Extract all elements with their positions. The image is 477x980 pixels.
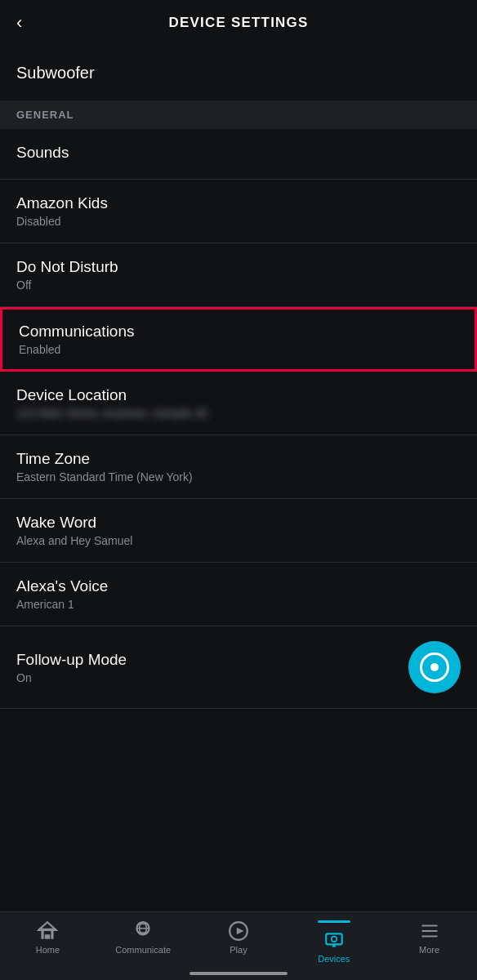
alexa-dot — [430, 663, 439, 671]
time-zone-subtitle: Eastern Standard Time (New York) — [16, 470, 461, 483]
nav-item-play[interactable]: Play — [206, 920, 271, 955]
device-location-title: Device Location — [16, 386, 461, 404]
follow-up-mode-subtitle: On — [16, 671, 127, 684]
alexas-voice-subtitle: American 1 — [16, 598, 461, 611]
nav-item-home[interactable]: Home — [15, 920, 80, 955]
svg-rect-5 — [39, 929, 57, 931]
back-button[interactable]: ‹ — [16, 12, 22, 33]
communications-item[interactable]: Communications Enabled — [0, 307, 477, 372]
devices-icon — [323, 929, 345, 951]
devices-active-bar — [318, 920, 350, 923]
header: ‹ DEVICE SETTINGS — [0, 0, 477, 46]
do-not-disturb-title: Do Not Disturb — [16, 258, 461, 276]
amazon-kids-subtitle: Disabled — [16, 215, 461, 228]
nav-label-play: Play — [230, 945, 247, 955]
wake-word-title: Wake Word — [16, 514, 461, 532]
device-location-item[interactable]: Device Location 123 Main Street, Anytown… — [0, 372, 477, 435]
svg-rect-2 — [51, 930, 54, 939]
communications-title: Communications — [19, 323, 458, 341]
device-location-subtitle: 123 Main Street, Anytown, Sample 45 — [16, 407, 461, 420]
communicate-icon — [132, 920, 154, 942]
alexas-voice-item[interactable]: Alexa's Voice American 1 — [0, 563, 477, 626]
nav-label-devices: Devices — [318, 954, 350, 964]
nav-item-communicate[interactable]: Communicate — [110, 920, 176, 955]
nav-label-communicate: Communicate — [115, 945, 171, 955]
alexa-fab[interactable] — [408, 641, 461, 693]
play-icon — [228, 920, 249, 942]
amazon-kids-item[interactable]: Amazon Kids Disabled — [0, 180, 477, 243]
nav-label-home: Home — [36, 945, 60, 955]
content-area: Subwoofer GENERAL Sounds Amazon Kids Dis… — [0, 46, 477, 791]
general-section-header: GENERAL — [0, 100, 477, 129]
do-not-disturb-subtitle: Off — [16, 278, 461, 292]
wake-word-item[interactable]: Wake Word Alexa and Hey Samuel — [0, 499, 477, 563]
more-icon — [419, 920, 440, 942]
home-icon — [37, 920, 58, 942]
alexas-voice-title: Alexa's Voice — [16, 577, 461, 595]
follow-up-mode-title: Follow-up Mode — [16, 651, 127, 669]
time-zone-item[interactable]: Time Zone Eastern Standard Time (New Yor… — [0, 435, 477, 499]
svg-marker-12 — [237, 928, 244, 935]
subwoofer-row[interactable]: Subwoofer — [0, 46, 477, 100]
svg-rect-13 — [326, 933, 342, 944]
subwoofer-label: Subwoofer — [16, 64, 95, 82]
home-indicator — [189, 972, 288, 975]
svg-rect-1 — [42, 930, 44, 939]
nav-item-more[interactable]: More — [397, 920, 462, 955]
svg-point-14 — [332, 937, 337, 942]
wake-word-subtitle: Alexa and Hey Samuel — [16, 534, 461, 547]
nav-label-more: More — [419, 945, 439, 955]
follow-up-mode-item[interactable]: Follow-up Mode On — [0, 626, 477, 709]
svg-rect-3 — [45, 934, 51, 938]
sounds-title: Sounds — [16, 144, 461, 162]
do-not-disturb-item[interactable]: Do Not Disturb Off — [0, 243, 477, 307]
communications-subtitle: Enabled — [19, 343, 458, 356]
nav-item-devices[interactable]: Devices — [301, 920, 367, 964]
time-zone-title: Time Zone — [16, 450, 461, 468]
amazon-kids-title: Amazon Kids — [16, 194, 461, 212]
page-title: DEVICE SETTINGS — [168, 15, 308, 31]
bottom-navigation: Home Communicate Play Devices — [0, 911, 477, 980]
sounds-item[interactable]: Sounds — [0, 129, 477, 180]
